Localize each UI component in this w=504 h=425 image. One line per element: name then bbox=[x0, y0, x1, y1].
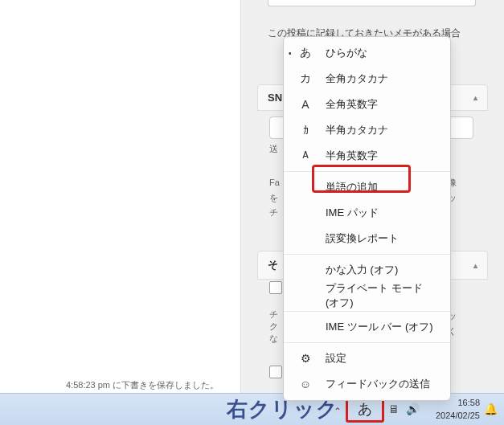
gear-icon: ⚙ bbox=[298, 352, 313, 365]
left-pane bbox=[0, 0, 241, 393]
textarea-bottom-edge[interactable] bbox=[268, 0, 476, 6]
glyph-icon: ｶ bbox=[298, 124, 313, 137]
ime-mode-fullwidth-alphanum[interactable]: A 全角英数字 bbox=[284, 92, 450, 117]
panel-other-label: そ bbox=[268, 258, 278, 272]
checkbox-icon[interactable] bbox=[269, 281, 282, 294]
checkbox-row-2-text: チ ク な bbox=[269, 309, 278, 345]
menu-separator bbox=[284, 171, 450, 172]
ime-mode-hiragana[interactable]: • あ ひらがな bbox=[284, 40, 450, 66]
checkbox-row-1[interactable] bbox=[269, 281, 282, 294]
glyph-icon: A bbox=[298, 98, 313, 111]
draft-saved-status: 4:58:23 pm に下書きを保存しました。 bbox=[66, 379, 219, 391]
ime-settings[interactable]: ⚙ 設定 bbox=[284, 345, 450, 371]
ime-kana-input[interactable]: かな入力 (オフ) bbox=[284, 257, 450, 283]
ime-add-word[interactable]: 単語の追加 bbox=[284, 174, 450, 200]
tray-chevron-icon[interactable]: ⌃ bbox=[334, 406, 342, 417]
glyph-icon: カ bbox=[298, 72, 313, 86]
ime-indicator-char: あ bbox=[358, 399, 372, 419]
feedback-icon: ☺ bbox=[298, 378, 313, 390]
glyph-icon: あ bbox=[298, 46, 313, 60]
tray-volume-icon[interactable]: 🔊 bbox=[406, 403, 420, 415]
checkbox-icon[interactable] bbox=[269, 366, 282, 378]
ime-mode-fullwidth-katakana[interactable]: カ 全角カタカナ bbox=[284, 66, 450, 92]
collapse-icon: ▴ bbox=[473, 261, 477, 270]
menu-separator bbox=[284, 254, 450, 255]
tray-device-icon[interactable]: 🖥 bbox=[388, 403, 400, 415]
menu-separator bbox=[284, 311, 450, 312]
menu-separator bbox=[284, 342, 450, 343]
ime-misconversion-report[interactable]: 誤変換レポート bbox=[284, 226, 450, 251]
checkbox-row-3[interactable] bbox=[269, 366, 282, 378]
ime-toolbar[interactable]: IME ツール バー (オフ) bbox=[284, 314, 450, 340]
ime-mode-halfwidth-alphanum[interactable]: A 半角英数字 bbox=[284, 143, 450, 169]
ime-pad[interactable]: IME パッド bbox=[284, 200, 450, 226]
ime-mode-halfwidth-katakana[interactable]: ｶ 半角カタカナ bbox=[284, 117, 450, 143]
ime-private-mode[interactable]: プライベート モード (オフ) bbox=[284, 283, 450, 309]
collapse-icon: ▴ bbox=[473, 93, 477, 102]
ime-send-feedback[interactable]: ☺ フィードバックの送信 bbox=[284, 371, 450, 397]
check-dot-icon: • bbox=[289, 49, 292, 58]
glyph-icon: A bbox=[298, 150, 313, 161]
ime-context-menu: • あ ひらがな カ 全角カタカナ A 全角英数字 ｶ 半角カタカナ A 半角英… bbox=[283, 36, 451, 401]
clock-date: 2024/02/25 bbox=[436, 410, 480, 422]
notification-bell-icon[interactable]: 🔔 bbox=[484, 403, 498, 415]
panel-sns-label: SN bbox=[268, 92, 282, 104]
